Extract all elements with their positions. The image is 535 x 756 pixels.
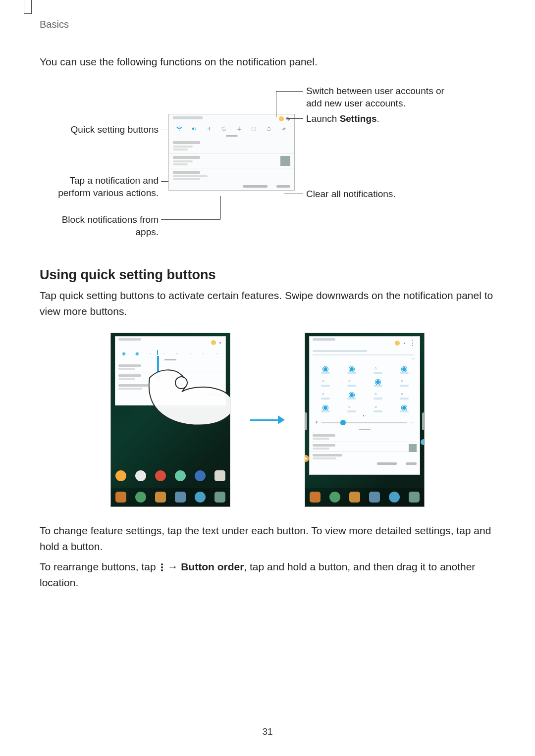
section-header: Basics <box>40 19 69 30</box>
notification-panel-diagram: Quick setting buttons Tap a notification… <box>40 84 495 238</box>
brightness-icon: ☀ <box>315 420 319 425</box>
page-tab-edge <box>24 0 32 14</box>
hotspot-icon[interactable]: ◉ <box>348 390 355 397</box>
wifi-icon[interactable]: ◉ <box>322 364 329 371</box>
text-bold: Button order <box>181 561 244 572</box>
drag-handle-icon[interactable] <box>226 135 238 137</box>
body-paragraph: To change feature settings, tap the text… <box>40 523 495 554</box>
intro-text: You can use the following functions on t… <box>40 54 495 69</box>
location-icon[interactable]: ◉ <box>374 377 381 384</box>
app-icon <box>115 470 126 481</box>
mirroring-icon[interactable]: ◦ <box>374 403 381 409</box>
notification-item[interactable] <box>169 139 294 153</box>
sound-icon[interactable] <box>191 125 198 132</box>
text: → <box>165 561 181 572</box>
device-before: ◉ ◉ ◦ ◦ ◦ ◦ ◦ ◦ <box>110 333 230 507</box>
rotate-icon[interactable] <box>220 125 227 132</box>
power-icon[interactable]: ◦ <box>348 403 355 409</box>
callout-clear-all: Clear all notifications. <box>306 188 396 201</box>
bluetooth-icon[interactable] <box>206 125 213 132</box>
dock-icon <box>195 492 206 503</box>
dock-icon <box>155 492 166 503</box>
quick-settings-row[interactable] <box>169 123 294 134</box>
dock-icon <box>369 492 380 503</box>
device-after: ★ ⋮ ◉ ◉ ◦ ◉ ◦ ◦ ◉ ◦ <box>305 333 425 507</box>
clear-all-button[interactable] <box>276 185 290 188</box>
chevron-down-icon <box>410 420 415 425</box>
brightness-slider[interactable]: ☀ <box>310 418 420 428</box>
swipe-demo-figure: ◉ ◉ ◦ ◦ ◦ ◦ ◦ ◦ <box>40 333 495 507</box>
share-icon[interactable]: ◦ <box>401 377 408 384</box>
reading-icon[interactable]: ◦ <box>322 390 329 397</box>
app-icon <box>135 470 146 481</box>
leader-line <box>276 91 276 117</box>
wifi-icon: ◉ <box>121 351 127 356</box>
private-icon[interactable]: ◉ <box>401 403 408 409</box>
notification-item[interactable] <box>169 168 294 183</box>
text: . <box>377 113 379 124</box>
dock-icon <box>115 492 126 503</box>
user-account-icon[interactable] <box>279 116 284 121</box>
sync-icon[interactable]: ◦ <box>401 390 408 397</box>
data-icon[interactable]: ◦ <box>374 390 381 397</box>
section-heading: Using quick setting buttons <box>40 267 495 283</box>
settings-gear-icon[interactable] <box>285 116 290 121</box>
notification-panel-mock <box>168 114 295 191</box>
notification-item[interactable] <box>169 153 294 168</box>
user-account-icon <box>211 340 216 345</box>
airplane-icon[interactable] <box>236 125 243 132</box>
star-badge-icon: ★ <box>305 455 309 462</box>
user-account-icon <box>395 341 400 346</box>
share-icon[interactable] <box>280 125 287 132</box>
body-paragraph-rearrange: To rearrange buttons, tap → Button order… <box>40 559 495 590</box>
text: Launch <box>306 113 340 124</box>
page-number: 31 <box>0 726 535 737</box>
side-dot-icon <box>421 439 425 445</box>
chevron-down-icon <box>411 356 416 361</box>
callout-quick-settings: Quick setting buttons <box>40 124 159 136</box>
callout-tap-notification: Tap a notification and perform various a… <box>40 175 159 199</box>
airplane-icon[interactable]: ◦ <box>322 377 329 384</box>
svg-point-3 <box>175 377 187 389</box>
leader-line <box>284 194 303 194</box>
body-paragraph: Tap quick setting buttons to activate ce… <box>40 288 495 319</box>
edge-tab-icon <box>422 412 425 430</box>
leader-line <box>276 91 303 92</box>
wifi-icon[interactable] <box>176 125 183 132</box>
text-bold: Settings <box>340 113 377 124</box>
settings-gear-icon <box>218 341 222 345</box>
sound-icon[interactable]: ◉ <box>348 364 355 371</box>
text: To rearrange buttons, tap <box>40 561 159 572</box>
dnd-icon[interactable] <box>251 125 258 132</box>
callout-launch-settings: Launch Settings. <box>306 113 379 125</box>
app-icon <box>195 470 206 481</box>
dock-apps-icon <box>214 492 225 503</box>
more-icon: ⋮ <box>409 339 417 347</box>
edge-tab-icon <box>305 412 307 430</box>
leader-line <box>287 118 303 119</box>
quick-settings-grid[interactable]: ◉ ◉ ◦ ◉ ◦ ◦ ◉ ◦ ◦ ◉ ◦ ◦ ◉ ◦ ◦ ◉ <box>310 361 420 413</box>
dock-apps-icon <box>409 492 420 503</box>
status-time-placeholder <box>173 116 203 119</box>
bluetooth-icon[interactable]: ◦ <box>374 364 381 371</box>
callout-switch-users: Switch between user accounts or add new … <box>306 85 455 109</box>
transition-arrow-icon <box>250 415 285 424</box>
dock-icon <box>135 492 146 503</box>
dnd-icon[interactable]: ◦ <box>348 377 355 384</box>
svg-point-4 <box>404 343 405 344</box>
dock-icon <box>175 492 186 503</box>
callout-block-notifications: Block notifications from apps. <box>40 214 159 238</box>
settings-gear-icon <box>402 341 407 346</box>
apps-grid-icon <box>214 470 225 481</box>
sync-icon[interactable] <box>266 125 272 132</box>
dock-icon <box>329 492 340 503</box>
svg-point-2 <box>219 342 221 344</box>
blue-light-icon[interactable]: ◉ <box>322 403 329 409</box>
app-icon <box>155 470 166 481</box>
dock-icon <box>389 492 400 503</box>
hand-gesture-icon <box>140 353 230 432</box>
leader-line <box>220 196 221 219</box>
rotate-icon[interactable]: ◉ <box>401 364 408 371</box>
block-notifications-button[interactable] <box>243 185 268 188</box>
leader-line <box>161 219 220 220</box>
